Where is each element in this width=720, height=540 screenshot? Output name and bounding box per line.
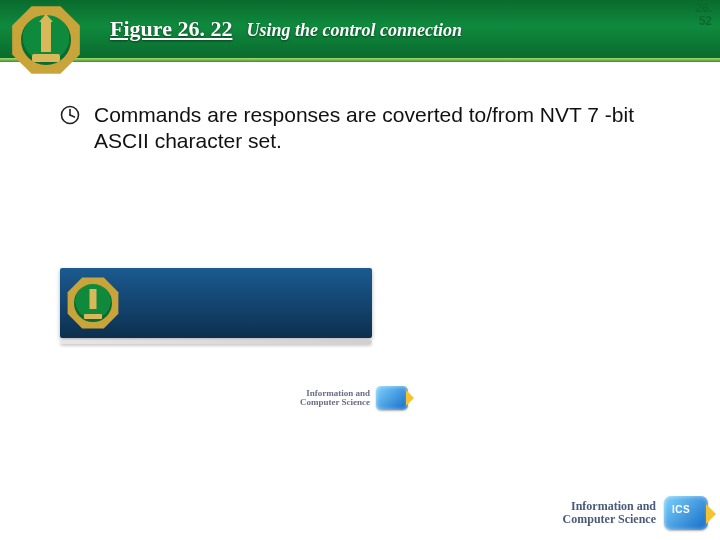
slide: Figure 26. 22 Using the control connecti… bbox=[0, 0, 720, 540]
thumbnail-underline bbox=[60, 340, 372, 344]
bullet-text: Commands are responses are coverted to/f… bbox=[94, 102, 670, 155]
ics-chip-icon bbox=[376, 386, 408, 410]
university-seal-logo bbox=[10, 4, 82, 76]
university-seal-small-icon bbox=[66, 276, 120, 330]
figure-label: Figure 26. 22 bbox=[110, 16, 232, 42]
ics-badge-footer: Information and Computer Science ICS bbox=[563, 496, 708, 530]
ics-text-small: Information and Computer Science bbox=[300, 389, 370, 408]
slide-number: 26. 52 bbox=[695, 2, 712, 28]
slide-body: Commands are responses are coverted to/f… bbox=[0, 62, 720, 155]
ics-chip-footer-icon: ICS bbox=[664, 496, 708, 530]
svg-line-2 bbox=[70, 115, 75, 117]
clock-icon bbox=[60, 105, 80, 125]
header-band: Figure 26. 22 Using the control connecti… bbox=[0, 0, 720, 62]
thumbnail-banner bbox=[60, 268, 372, 338]
figure-caption: Using the control connection bbox=[246, 20, 462, 41]
ics-text-footer: Information and Computer Science bbox=[563, 500, 656, 525]
bullet-item: Commands are responses are coverted to/f… bbox=[60, 102, 670, 155]
figure-title: Figure 26. 22 Using the control connecti… bbox=[110, 16, 462, 42]
ics-chip-label: ICS bbox=[672, 504, 690, 515]
ics-badge-small: Information and Computer Science bbox=[300, 380, 430, 416]
slide-number-page: 52 bbox=[695, 15, 712, 28]
